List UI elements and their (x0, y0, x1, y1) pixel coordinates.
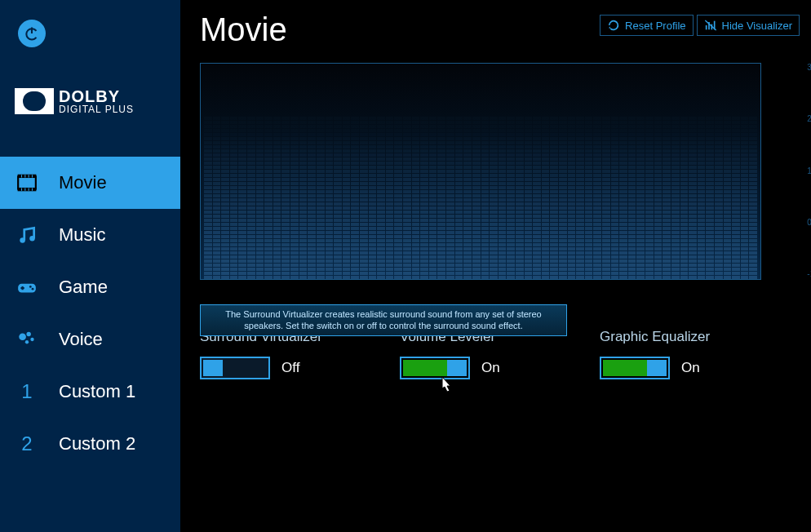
main-content: Movie Reset Profile Hide Visualizer 36dB… (180, 0, 811, 532)
visualizer-icon (704, 19, 717, 32)
svg-point-20 (19, 333, 26, 340)
visualizer-db-labels: 36dB 24dB 12dB 0dB -12dB (807, 63, 811, 280)
db-label: 24dB (807, 114, 811, 123)
custom-2-icon: 2 (15, 432, 39, 455)
sidebar-item-label: Voice (59, 329, 103, 350)
surround-tooltip: The Surround Virtualizer creates realist… (200, 304, 567, 336)
voice-icon (15, 329, 39, 350)
svg-point-23 (25, 340, 29, 344)
sidebar-item-custom-1[interactable]: 1 Custom 1 (0, 366, 180, 418)
svg-point-18 (29, 286, 32, 288)
film-icon (15, 172, 39, 193)
sidebar-item-label: Custom 2 (59, 433, 135, 454)
nav: Movie Music Game Voice 1 Custom 1 2 Cus (0, 157, 180, 470)
control-volume: Volume Leveler On (400, 329, 600, 379)
sidebar: DOLBY DIGITAL PLUS Movie Music Game (0, 0, 180, 532)
control-label: Graphic Equalizer (600, 329, 800, 345)
svg-point-13 (20, 237, 24, 243)
music-icon (15, 224, 39, 246)
visualizer-canvas (200, 63, 761, 280)
custom-1-icon: 1 (15, 380, 39, 403)
sidebar-item-game[interactable]: Game (0, 261, 180, 313)
volume-toggle[interactable] (400, 357, 470, 379)
hide-visualizer-label: Hide Visualizer (722, 20, 792, 32)
eq-state: On (681, 360, 700, 376)
control-eq: Graphic Equalizer On (600, 329, 800, 379)
brand-name: DOLBY (59, 88, 134, 104)
power-button[interactable] (18, 20, 46, 47)
surround-state: Off (281, 360, 299, 376)
dolby-logo-icon (15, 88, 54, 114)
header: Movie Reset Profile Hide Visualizer (200, 11, 800, 48)
page-title: Movie (200, 11, 287, 48)
db-label: 12dB (807, 166, 811, 175)
svg-point-21 (26, 332, 30, 336)
control-surround: Surround Virtualizer Off (200, 329, 400, 379)
sidebar-item-label: Custom 1 (59, 381, 135, 402)
db-label: 0dB (807, 218, 811, 227)
sidebar-item-voice[interactable]: Voice (0, 313, 180, 366)
brand-subtitle: DIGITAL PLUS (59, 104, 134, 114)
sidebar-item-movie[interactable]: Movie (0, 157, 180, 209)
svg-point-19 (32, 288, 34, 290)
controls-row: Surround Virtualizer Off Volume Leveler … (200, 329, 800, 379)
svg-rect-2 (18, 176, 36, 188)
sidebar-item-label: Movie (59, 172, 107, 193)
svg-point-22 (30, 338, 33, 341)
brand-logo: DOLBY DIGITAL PLUS (15, 88, 180, 114)
hide-visualizer-button[interactable]: Hide Visualizer (697, 15, 800, 36)
sidebar-item-label: Game (59, 277, 108, 298)
svg-rect-4 (18, 188, 36, 191)
reset-profile-button[interactable]: Reset Profile (600, 15, 693, 36)
sidebar-item-label: Music (59, 224, 105, 246)
svg-rect-3 (18, 175, 36, 177)
db-label: -12dB (807, 269, 811, 278)
gamepad-icon (15, 277, 39, 298)
surround-toggle[interactable] (200, 357, 270, 379)
volume-state: On (481, 360, 500, 376)
sidebar-item-music[interactable]: Music (0, 209, 180, 261)
eq-toggle[interactable] (600, 357, 670, 379)
visualizer: 36dB 24dB 12dB 0dB -12dB (200, 63, 800, 283)
svg-point-14 (29, 236, 35, 242)
reset-icon (607, 19, 620, 32)
sidebar-item-custom-2[interactable]: 2 Custom 2 (0, 418, 180, 470)
power-icon (24, 25, 40, 42)
reset-profile-label: Reset Profile (625, 20, 685, 32)
db-label: 36dB (807, 63, 811, 72)
